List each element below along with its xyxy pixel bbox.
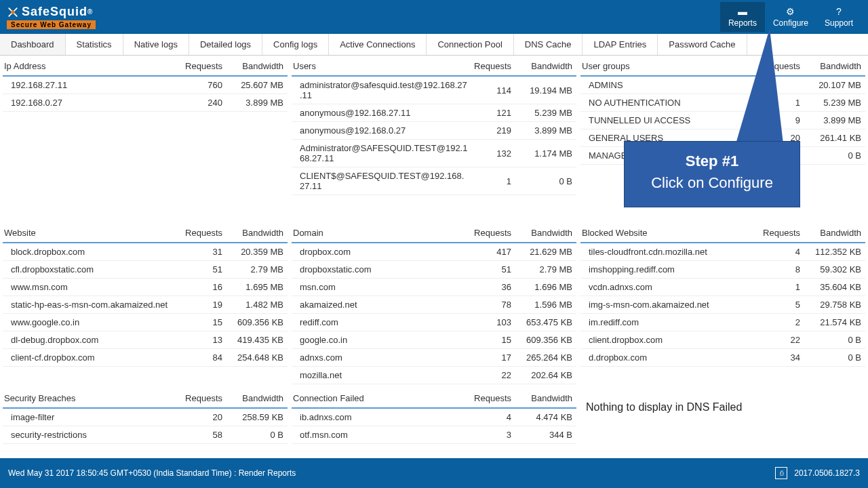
nav-configure-label: Configure xyxy=(773,18,808,28)
row-name: vcdn.adnxs.com xyxy=(589,282,760,292)
table-row[interactable]: google.co.in15609.356 KB xyxy=(292,331,576,349)
row-name: Administrator@SAFESQUID.TEST@192.168.27.… xyxy=(300,143,471,163)
table-row[interactable]: mozilla.net22202.64 KB xyxy=(292,367,576,384)
table-row[interactable]: msn.com361.696 MB xyxy=(292,279,576,296)
table-row[interactable]: ib.adnxs.com44.474 KB xyxy=(292,409,576,426)
row-name: image-filter xyxy=(11,412,182,422)
table-row[interactable]: tiles-cloudfront.cdn.mozilla.net4112.352… xyxy=(580,243,865,261)
tab-dashboard[interactable]: Dashboard xyxy=(0,34,66,55)
pdf-icon[interactable]: ⎙ xyxy=(775,467,787,479)
tab-ldap-entries[interactable]: LDAP Entries xyxy=(583,34,658,55)
tab-native-logs[interactable]: Native logs xyxy=(123,34,189,55)
col-bandwidth: Bandwidth xyxy=(222,393,283,403)
table-row[interactable]: static-hp-eas-s-msn-com.akamaized.net191… xyxy=(3,296,288,314)
tab-connection-pool[interactable]: Connection Pool xyxy=(427,34,513,55)
row-name: dropbox.com xyxy=(300,247,471,257)
row-bandwidth: 344 B xyxy=(511,430,572,440)
table-row[interactable]: anonymous@192.168.0.272193.899 MB xyxy=(292,122,576,140)
table-row[interactable]: TUNNELLED UI ACCESS93.899 MB xyxy=(580,112,865,129)
row-bandwidth: 59.302 KB xyxy=(800,264,861,274)
table-row[interactable]: imshopping.rediff.com859.302 KB xyxy=(580,261,865,279)
row-requests: 36 xyxy=(471,282,511,292)
table-row[interactable]: NO AUTHENTICATION15.239 MB xyxy=(580,94,865,112)
col-bandwidth: Bandwidth xyxy=(800,228,861,238)
row-requests: 5 xyxy=(760,300,800,310)
table-row[interactable]: administrator@safesquid.test@192.168.27.… xyxy=(292,77,576,104)
row-requests: 417 xyxy=(471,247,511,257)
table-row[interactable]: img-s-msn-com.akamaized.net529.758 KB xyxy=(580,296,865,314)
panel-header: User groupsRequestsBandwidth xyxy=(580,58,865,77)
row-bandwidth: 0 B xyxy=(800,150,861,161)
table-row[interactable]: image-filter20258.59 KB xyxy=(3,409,288,426)
col-bandwidth: Bandwidth xyxy=(222,61,283,71)
tab-statistics[interactable]: Statistics xyxy=(66,34,123,55)
row-bandwidth: 419.435 KB xyxy=(222,335,283,345)
panel-header: WebsiteRequestsBandwidth xyxy=(3,225,288,243)
table-row[interactable]: dropbox.com41721.629 MB xyxy=(292,243,576,261)
row-bandwidth: 609.356 KB xyxy=(222,317,283,327)
tab-active-connections[interactable]: Active Connections xyxy=(329,34,427,55)
row-requests: 84 xyxy=(182,352,222,363)
tab-password-cache[interactable]: Password Cache xyxy=(658,34,747,55)
nav-configure[interactable]: ⚙ Configure xyxy=(765,2,816,32)
panel-body: administrator@safesquid.test@192.168.27.… xyxy=(292,77,576,221)
table-row[interactable]: ADMINS20.107 MB xyxy=(580,77,865,94)
nav-reports-label: Reports xyxy=(728,18,757,28)
table-row[interactable]: client.dropbox.com220 B xyxy=(580,331,865,349)
table-row[interactable]: security-restrictions580 B xyxy=(3,426,288,444)
table-row[interactable]: CLIENT$@SAFESQUID.TEST@192.168.27.1110 B xyxy=(292,167,576,195)
table-row[interactable]: 192.168.0.272403.899 MB xyxy=(3,94,288,112)
panel-body: block.dropbox.com3120.359 MBcfl.dropboxs… xyxy=(3,243,288,386)
row-requests: 31 xyxy=(182,247,222,257)
row-requests: 58 xyxy=(182,430,222,440)
row-name: administrator@safesquid.test@192.168.27.… xyxy=(300,80,471,100)
table-row[interactable]: d.dropbox.com340 B xyxy=(580,349,865,367)
col-bandwidth: Bandwidth xyxy=(800,61,861,71)
row-bandwidth: 1.482 MB xyxy=(222,300,283,310)
brand-logo: SafeSquid® Secure Web Gateway xyxy=(7,5,96,29)
table-row[interactable]: www.msn.com161.695 MB xyxy=(3,279,288,296)
footer: Wed May 31 2017 18:50:45 GMT+0530 (India… xyxy=(0,458,868,488)
table-row[interactable]: akamaized.net781.596 MB xyxy=(292,296,576,314)
table-row[interactable]: 192.168.27.1176025.607 MB xyxy=(3,77,288,94)
table-row[interactable]: dl-debug.dropbox.com13419.435 KB xyxy=(3,331,288,349)
table-row[interactable]: block.dropbox.com3120.359 MB xyxy=(3,243,288,261)
tab-config-logs[interactable]: Config logs xyxy=(262,34,329,55)
row-requests: 19 xyxy=(182,300,222,310)
row-name: anonymous@192.168.0.27 xyxy=(300,125,471,136)
row-requests: 15 xyxy=(182,317,222,327)
nav-support[interactable]: ? Support xyxy=(816,2,861,32)
table-row[interactable]: cfl.dropboxstatic.com512.79 MB xyxy=(3,261,288,279)
row-name: google.co.in xyxy=(300,335,471,345)
row-name: client.dropbox.com xyxy=(589,335,760,345)
callout-box: Step #1 Click on Configure xyxy=(624,141,800,207)
row-bandwidth: 5.239 MB xyxy=(511,108,572,118)
table-row[interactable]: otf.msn.com3344 B xyxy=(292,426,576,444)
row-requests: 219 xyxy=(471,125,511,136)
table-row[interactable]: vcdn.adnxs.com135.604 KB xyxy=(580,279,865,296)
row-requests: 103 xyxy=(471,317,511,327)
callout-step: Step #1 xyxy=(631,152,793,170)
panel-ip: Ip AddressRequestsBandwidth192.168.27.11… xyxy=(3,58,288,221)
table-row[interactable]: adnxs.com17265.264 KB xyxy=(292,349,576,367)
panel-body: tiles-cloudfront.cdn.mozilla.net4112.352… xyxy=(580,243,865,386)
row-bandwidth: 1.695 MB xyxy=(222,282,283,292)
row-bandwidth: 653.475 KB xyxy=(511,317,572,327)
table-row[interactable]: im.rediff.com221.574 KB xyxy=(580,314,865,331)
tab-detailed-logs[interactable]: Detailed logs xyxy=(189,34,262,55)
panel-header: Security BreachesRequestsBandwidth xyxy=(3,390,288,409)
table-row[interactable]: Administrator@SAFESQUID.TEST@192.168.27.… xyxy=(292,140,576,167)
logo-icon xyxy=(7,6,19,18)
row-name: mozilla.net xyxy=(300,370,471,380)
table-row[interactable]: rediff.com103653.475 KB xyxy=(292,314,576,331)
panel-body: 192.168.27.1176025.607 MB192.168.0.27240… xyxy=(3,77,288,221)
table-row[interactable]: dropboxstatic.com512.79 MB xyxy=(292,261,576,279)
nav-reports[interactable]: ▬ Reports xyxy=(720,2,765,32)
tab-dns-cache[interactable]: DNS Cache xyxy=(514,34,583,55)
row-name: rediff.com xyxy=(300,317,471,327)
table-row[interactable]: client-cf.dropbox.com84254.648 KB xyxy=(3,349,288,367)
row-bandwidth: 20.359 MB xyxy=(222,247,283,257)
table-row[interactable]: www.google.co.in15609.356 KB xyxy=(3,314,288,331)
table-row[interactable]: anonymous@192.168.27.111215.239 MB xyxy=(292,104,576,122)
col-bandwidth: Bandwidth xyxy=(511,228,572,238)
